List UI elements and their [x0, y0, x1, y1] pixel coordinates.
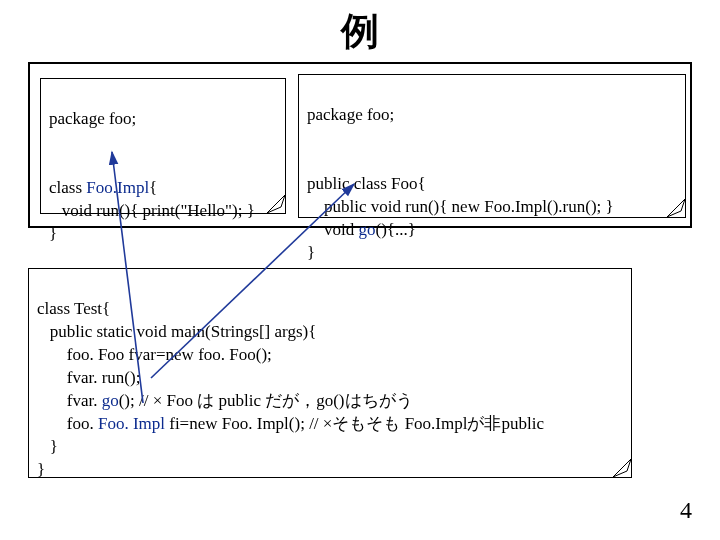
code-line: fvar. run();	[37, 368, 140, 387]
highlight-fooimpl: Foo.Impl	[86, 178, 149, 197]
note-fold-icon	[267, 195, 285, 213]
code-line: class Test{	[37, 299, 110, 318]
highlight-go-call: go	[102, 391, 119, 410]
code-line: public static void main(Strings[] args){	[37, 322, 316, 341]
slide: 例 package foo; class Foo.Impl{ void run(…	[0, 0, 720, 540]
code-line: package foo;	[49, 109, 136, 128]
code-line: package foo;	[307, 105, 394, 124]
slide-title: 例	[0, 0, 720, 57]
code-line: foo. Foo. Impl fi=new Foo. Impl(); // ×そ…	[37, 414, 544, 433]
code-line: }	[49, 224, 57, 243]
code-line: void go(){...}	[307, 220, 416, 239]
note-fold-icon	[667, 199, 685, 217]
note-fold-icon	[613, 459, 631, 477]
code-note-foo: package foo; public class Foo{ public vo…	[298, 74, 686, 218]
code-line: }	[307, 243, 315, 262]
highlight-fooimpl-call: Foo. Impl	[98, 414, 165, 433]
code-line: void run(){ print("Hello"); }	[49, 201, 255, 220]
code-note-fooimpl: package foo; class Foo.Impl{ void run(){…	[40, 78, 286, 214]
code-line: public class Foo{	[307, 174, 426, 193]
code-line: foo. Foo fvar=new foo. Foo();	[37, 345, 272, 364]
code-line: class Foo.Impl{	[49, 178, 157, 197]
code-line: public void run(){ new Foo.Impl().run();…	[307, 197, 614, 216]
code-line: fvar. go(); // × Foo は public だが，go()はちが…	[37, 391, 413, 410]
code-line: }	[37, 437, 58, 456]
highlight-go-def: go	[358, 220, 375, 239]
page-number: 4	[680, 497, 692, 524]
code-line: }	[37, 460, 45, 479]
code-note-test: class Test{ public static void main(Stri…	[28, 268, 632, 478]
